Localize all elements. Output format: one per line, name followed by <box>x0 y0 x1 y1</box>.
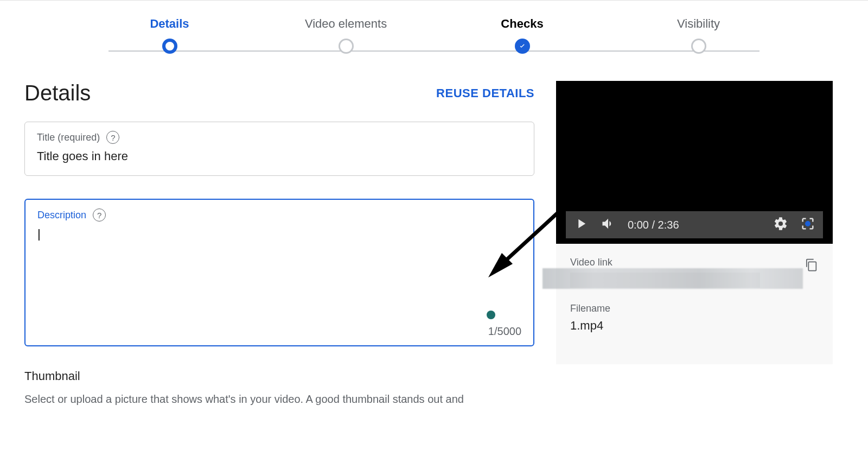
step-label: Video elements <box>258 17 434 31</box>
svg-rect-0 <box>808 262 816 270</box>
page-title: Details <box>24 81 91 105</box>
thumbnail-description: Select or upload a picture that shows wh… <box>24 391 534 407</box>
step-circle-icon <box>691 39 706 54</box>
description-input[interactable]: | <box>37 227 521 308</box>
help-icon[interactable]: ? <box>106 131 119 144</box>
video-time: 0:00 / 2:36 <box>628 219 679 231</box>
step-label: Details <box>81 17 258 31</box>
step-video-elements[interactable]: Video elements <box>258 17 434 54</box>
blurred-region <box>542 268 803 289</box>
title-field[interactable]: Title (required) ? <box>24 122 534 176</box>
volume-icon[interactable] <box>601 216 616 233</box>
filename-label: Filename <box>570 303 819 314</box>
video-player[interactable]: 0:00 / 2:36 <box>556 81 833 244</box>
step-circle-icon <box>339 39 354 54</box>
step-label: Visibility <box>610 17 787 31</box>
video-link-label: Video link <box>570 257 760 268</box>
help-icon[interactable]: ? <box>93 208 106 222</box>
checkmark-icon <box>515 39 530 54</box>
title-label: Title (required) <box>37 132 100 143</box>
description-field[interactable]: Description ? | 1/5000 <box>24 199 534 346</box>
filename-value: 1.mp4 <box>570 319 819 333</box>
play-icon[interactable] <box>573 216 589 233</box>
char-counter: 1/5000 <box>488 325 521 338</box>
upload-stepper: Details Video elements Checks Visibility <box>0 1 868 54</box>
step-checks[interactable]: Checks <box>434 17 610 54</box>
step-circle-icon <box>162 39 177 54</box>
description-label: Description <box>37 210 86 221</box>
thumbnail-heading: Thumbnail <box>24 369 534 383</box>
step-visibility[interactable]: Visibility <box>610 17 787 54</box>
reuse-details-button[interactable]: REUSE DETAILS <box>436 86 534 100</box>
fullscreen-icon[interactable] <box>800 216 815 233</box>
step-label: Checks <box>434 17 610 31</box>
copy-icon[interactable] <box>803 257 819 274</box>
video-controls: 0:00 / 2:36 <box>566 211 823 238</box>
status-dot-icon <box>487 311 495 319</box>
step-details[interactable]: Details <box>81 17 258 54</box>
video-preview-card: 0:00 / 2:36 Video link <box>556 81 833 364</box>
title-input[interactable] <box>37 149 522 163</box>
settings-icon[interactable] <box>773 216 788 233</box>
